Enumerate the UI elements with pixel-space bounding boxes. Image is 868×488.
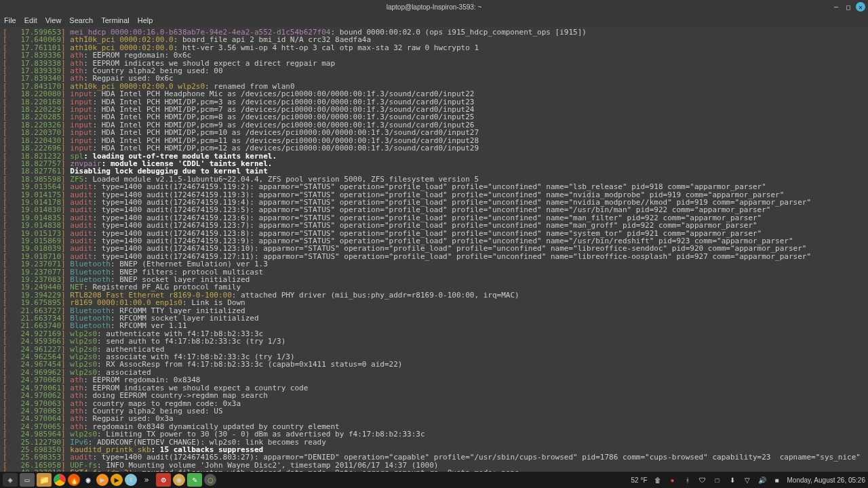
menu-help[interactable]: Help [138, 16, 153, 24]
steam-icon[interactable]: ◉ [82, 474, 94, 486]
menu-terminal[interactable]: Terminal [101, 16, 130, 24]
tray-volume-icon[interactable]: 🔊 [757, 475, 767, 485]
menubar: File Edit View Search Terminal Help [0, 14, 868, 27]
weather-temp[interactable]: 52 °F [631, 476, 648, 484]
chrome-icon[interactable] [54, 474, 66, 486]
software-icon[interactable]: ⬇ [125, 474, 137, 486]
settings-icon[interactable]: ⚙ [156, 473, 171, 487]
vlc-icon[interactable]: ▶ [96, 474, 108, 486]
taskbar: ◈ ▭ 📁 🔥 ◉ ▶ ▶ ⬇ » ⚙ ◉ ✎ ◯ 52 °F 🗑 ● ᚼ 🛡 … [0, 472, 868, 488]
window-controls: ─ □ ✕ [831, 2, 865, 12]
terminal-output[interactable]: [ 17.599653] mei_hdcp 0000:00:16.0-b638a… [0, 27, 868, 472]
more-apps-icon[interactable]: » [139, 473, 154, 487]
mint-icon[interactable]: ◯ [204, 474, 216, 486]
plex-icon[interactable]: ▶ [111, 474, 123, 486]
tray-bluetooth-icon[interactable]: ᚼ [683, 475, 692, 485]
tray-trash-icon[interactable]: 🗑 [653, 475, 663, 485]
titlebar: laptop@laptop-Inspiron-3593: ~ ─ □ ✕ [0, 0, 868, 14]
start-menu-icon[interactable]: ◈ [3, 473, 18, 487]
menu-edit[interactable]: Edit [24, 16, 37, 24]
window-title: laptop@laptop-Inspiron-3593: ~ [387, 3, 482, 11]
tray-shield-icon[interactable]: 🛡 [698, 475, 707, 485]
disc-icon[interactable]: ◉ [173, 474, 185, 486]
menu-view[interactable]: View [45, 16, 62, 24]
tray-app-icon[interactable]: □ [713, 475, 722, 485]
maximize-button[interactable]: □ [844, 2, 853, 12]
menu-file[interactable]: File [4, 16, 16, 24]
system-tray: 52 °F 🗑 ● ᚼ 🛡 □ ⬇ ▽ 🔊 ■ Monday, August 2… [631, 475, 865, 485]
editor-icon[interactable]: ✎ [187, 473, 202, 487]
tray-record-icon[interactable]: ● [668, 475, 677, 485]
clock[interactable]: Monday, August 26, 05:26 [787, 476, 865, 484]
tray-download-icon[interactable]: ⬇ [728, 475, 737, 485]
file-manager-icon[interactable]: 📁 [37, 473, 52, 487]
tray-battery-icon[interactable]: ■ [772, 475, 782, 485]
minimize-button[interactable]: ─ [831, 2, 841, 12]
show-desktop-icon[interactable]: ▭ [20, 473, 35, 487]
menu-search[interactable]: Search [69, 16, 93, 24]
firefox-icon[interactable]: 🔥 [68, 474, 80, 486]
close-button[interactable]: ✕ [856, 2, 865, 12]
tray-network-icon[interactable]: ▽ [743, 475, 752, 485]
